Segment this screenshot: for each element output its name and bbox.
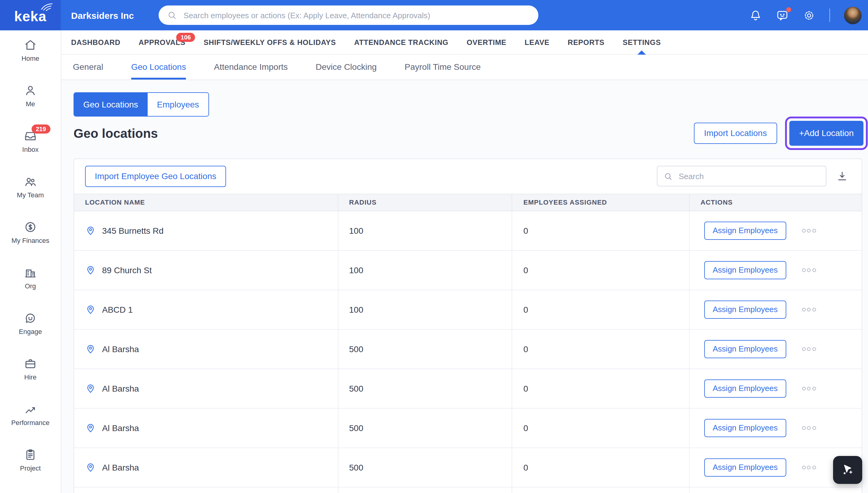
cursor-sparkle-icon	[840, 462, 855, 478]
column-radius: RADIUS	[337, 194, 512, 211]
cell-location-name: 345 Burnetts Rd	[74, 211, 337, 250]
sidebar-item-my-finances[interactable]: My Finances	[0, 216, 61, 261]
cell-employees-assigned: 0	[512, 369, 689, 408]
location-name: ABCD 1	[102, 305, 133, 315]
sidebar-item-label: Inbox	[22, 146, 39, 153]
keka-logo[interactable]: keka	[0, 0, 61, 30]
cell-radius: 500	[337, 448, 512, 487]
table-search-input[interactable]	[678, 171, 820, 181]
row-actions-menu-icon[interactable]	[800, 305, 819, 314]
row-actions-menu-icon[interactable]	[800, 424, 819, 432]
tab-attendance-imports[interactable]: Attendance Imports	[214, 55, 288, 80]
nav-item-shifts-weekly-offs-holidays[interactable]: SHIFTS/WEEKLY OFFS & HOLIDAYS	[204, 30, 336, 54]
content: Geo Locations Employees Geo locations Im…	[61, 80, 868, 493]
performance-icon	[24, 403, 37, 416]
tab-general[interactable]: General	[73, 55, 103, 80]
nav-item-label: SHIFTS/WEEKLY OFFS & HOLIDAYS	[204, 38, 336, 46]
import-employee-geo-locations-button[interactable]: Import Employee Geo Locations	[85, 166, 226, 187]
app-window: keka Darksiders Inc HomeMeInbox219My Tea…	[0, 0, 868, 493]
settings-gear-icon[interactable]	[802, 9, 815, 22]
sidebar-item-label: My Team	[17, 191, 44, 198]
radius-value: 500	[349, 463, 364, 472]
search-icon	[167, 10, 177, 20]
cell-location-name: Al Barsha	[74, 409, 337, 448]
view-toggle: Geo Locations Employees	[74, 92, 209, 116]
sidebar-item-org[interactable]: Org	[0, 261, 61, 307]
sidebar-item-project[interactable]: Project	[0, 443, 61, 489]
sidebar-item-label: Engage	[19, 328, 42, 335]
sidebar-item-my-team[interactable]: My Team	[0, 170, 61, 216]
global-search-input[interactable]	[182, 10, 530, 20]
assign-employees-button[interactable]: Assign Employees	[704, 419, 786, 437]
nav-item-overtime[interactable]: OVERTIME	[467, 30, 507, 54]
assign-employees-button[interactable]: Assign Employees	[704, 261, 786, 279]
sidebar-item-me[interactable]: Me	[0, 79, 61, 125]
table-row: Al Barsha5000Assign Employees	[74, 369, 862, 409]
sidebar-item-time-attend[interactable]: Time Attend	[0, 489, 61, 493]
employees-assigned-value: 0	[523, 384, 528, 393]
row-actions-menu-icon[interactable]	[800, 384, 819, 393]
toggle-geo-locations[interactable]: Geo Locations	[74, 93, 147, 116]
assign-employees-button[interactable]: Assign Employees	[704, 458, 786, 476]
location-name: Al Barsha	[102, 463, 139, 472]
nav-item-settings[interactable]: SETTINGS	[623, 30, 661, 54]
cell-location-name: Al Barsha	[74, 369, 337, 408]
finances-icon	[24, 220, 37, 234]
sidebar-item-label: My Finances	[12, 237, 49, 244]
sidebar-item-performance[interactable]: Performance	[0, 398, 61, 443]
card-toolbar: Import Employee Geo Locations	[74, 159, 862, 194]
page-header: Geo locations Import Locations +Add Loca…	[74, 116, 862, 150]
location-name: 89 Church St	[102, 265, 151, 275]
employees-assigned-value: 0	[523, 463, 528, 472]
radius-value: 500	[349, 423, 364, 433]
table-search[interactable]	[657, 166, 826, 187]
me-icon	[24, 84, 37, 97]
row-actions-menu-icon[interactable]	[800, 227, 819, 235]
employees-assigned-value: 0	[523, 265, 528, 275]
tab-payroll-time-source[interactable]: Payroll Time Source	[405, 55, 481, 80]
assign-employees-button[interactable]: Assign Employees	[704, 301, 786, 318]
assign-employees-button[interactable]: Assign Employees	[704, 340, 786, 358]
sidebar-item-engage[interactable]: Engage	[0, 307, 61, 352]
assistant-widget-button[interactable]	[833, 456, 862, 484]
table-row: Al Barsha5000Assign Employees	[74, 448, 862, 488]
table-row: ABCD 11000Assign Employees	[74, 290, 862, 330]
company-name: Darksiders Inc	[71, 10, 144, 20]
download-icon[interactable]	[836, 170, 848, 183]
sidebar-item-home[interactable]: Home	[0, 34, 61, 79]
annotation-highlight-add-location: +Add Location	[785, 116, 868, 150]
cell-actions: Assign Employees	[689, 211, 862, 250]
nav-item-approvals[interactable]: APPROVALS106	[139, 30, 185, 54]
assign-employees-button[interactable]: Assign Employees	[704, 380, 786, 398]
employees-assigned-value: 0	[523, 344, 528, 354]
user-avatar[interactable]	[844, 6, 862, 24]
nav-item-label: REPORTS	[568, 38, 605, 46]
sidebar-item-inbox[interactable]: Inbox219	[0, 125, 61, 170]
import-locations-button[interactable]: Import Locations	[694, 123, 777, 144]
nav-item-leave[interactable]: LEAVE	[525, 30, 550, 54]
row-actions-menu-icon[interactable]	[800, 463, 819, 472]
nav-item-attendance-tracking[interactable]: ATTENDANCE TRACKING	[354, 30, 449, 54]
sidebar-item-hire[interactable]: Hire	[0, 352, 61, 398]
nav-item-label: SETTINGS	[623, 38, 661, 46]
radius-value: 100	[349, 265, 364, 275]
nav-item-dashboard[interactable]: DASHBOARD	[71, 30, 120, 54]
cell-actions: Assign Employees	[689, 290, 862, 329]
row-actions-menu-icon[interactable]	[800, 266, 819, 274]
assign-employees-button[interactable]: Assign Employees	[704, 221, 786, 239]
tab-geo-locations[interactable]: Geo Locations	[131, 55, 186, 80]
tab-device-clocking[interactable]: Device Clocking	[316, 55, 377, 80]
row-actions-menu-icon[interactable]	[800, 345, 819, 353]
notification-dot	[786, 7, 791, 12]
cell-actions: Assign Employees	[689, 251, 862, 290]
notifications-bell-icon[interactable]	[749, 9, 762, 22]
employees-assigned-value: 0	[523, 305, 528, 315]
main-area: DASHBOARDAPPROVALS106SHIFTS/WEEKLY OFFS …	[61, 30, 868, 493]
table-body: 345 Burnetts Rd1000Assign Employees89 Ch…	[74, 211, 862, 493]
nav-item-label: LEAVE	[525, 38, 550, 46]
global-search[interactable]	[159, 5, 538, 25]
add-location-button[interactable]: +Add Location	[789, 121, 864, 146]
help-chat-icon[interactable]	[776, 9, 788, 22]
nav-item-reports[interactable]: REPORTS	[568, 30, 605, 54]
toggle-employees[interactable]: Employees	[147, 93, 208, 116]
